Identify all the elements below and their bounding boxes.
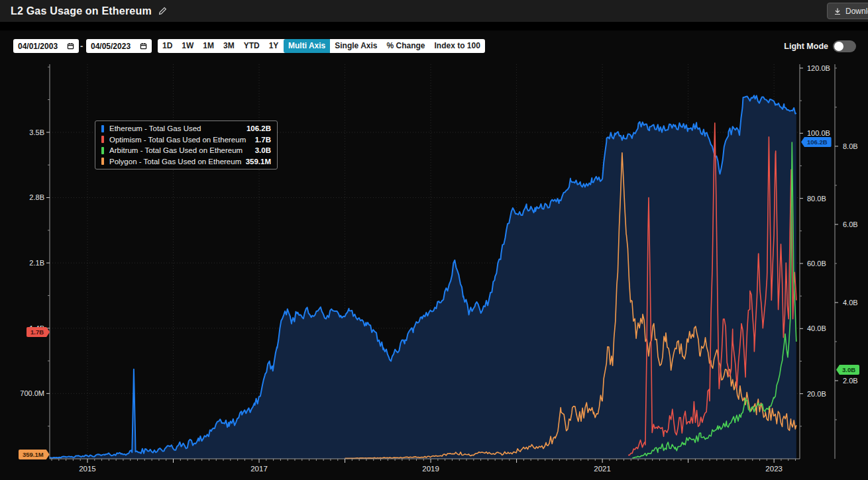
- chart-canvas: 700.0M1.4B2.1B2.8B3.5B20.0B40.0B60.0B80.…: [0, 30, 868, 480]
- edit-icon[interactable]: [158, 7, 167, 15]
- right1-axis-label: 40.0B: [807, 324, 826, 332]
- legend-series-value: 1.7B: [255, 136, 271, 144]
- legend-series-value: 3.0B: [255, 146, 271, 154]
- legend-row: Ethereum - Total Gas Used106.2B: [95, 123, 277, 134]
- legend-series-value: 359.1M: [246, 158, 271, 166]
- chart-panel: 04/01/2003 - 04/05/2023 1D1W1M3MYTD1Y5YM…: [0, 30, 868, 480]
- right2-axis-label: 6.0B: [843, 220, 858, 228]
- legend-row: Optimism - Total Gas Used on Ethereum1.7…: [95, 134, 277, 146]
- legend-color-chip: [101, 136, 104, 143]
- title-bar: L2 Gas Usage on Ethereum Download: [0, 0, 868, 22]
- legend-series-value: 106.2B: [246, 124, 271, 132]
- legend-color-chip: [101, 158, 104, 165]
- x-axis-year-label: 2015: [79, 465, 96, 473]
- download-button[interactable]: Download: [827, 3, 868, 19]
- right2-axis-label: 2.0B: [843, 377, 858, 385]
- right1-axis-label: 60.0B: [807, 260, 826, 267]
- right2-axis-label: 8.0B: [843, 142, 858, 150]
- x-axis-year-label: 2023: [765, 465, 783, 473]
- left-axis-label: 3.5B: [29, 128, 44, 136]
- chart-area[interactable]: 700.0M1.4B2.1B2.8B3.5B20.0B40.0B60.0B80.…: [0, 30, 868, 480]
- legend-series-name: Optimism - Total Gas Used on Ethereum: [109, 136, 255, 144]
- page-title: L2 Gas Usage on Ethereum: [11, 5, 152, 17]
- download-icon: [834, 7, 841, 15]
- legend-row: Arbitrum - Total Gas Used on Ethereum3.0…: [95, 145, 277, 156]
- legend-series-name: Polygon - Total Gas Used on Ethereum: [109, 158, 246, 166]
- legend-color-chip: [101, 147, 104, 154]
- x-axis-year-label: 2021: [594, 465, 611, 473]
- legend-series-name: Ethereum - Total Gas Used: [109, 124, 246, 132]
- right1-axis-label: 100.0B: [807, 129, 830, 137]
- legend-color-chip: [101, 125, 104, 132]
- axis-value-badge: 3.0B: [836, 365, 859, 375]
- chart-tooltip: Ethereum - Total Gas Used106.2BOptimism …: [95, 120, 278, 169]
- axis-value-badge: 106.2B: [801, 137, 832, 147]
- left-axis-label: 2.1B: [29, 259, 44, 267]
- left-axis-label: 2.8B: [29, 193, 44, 201]
- right1-axis-label: 20.0B: [807, 390, 826, 398]
- right2-axis-label: 4.0B: [843, 299, 858, 307]
- legend-series-name: Arbitrum - Total Gas Used on Ethereum: [109, 146, 255, 154]
- axis-value-badge: 1.7B: [27, 327, 50, 337]
- x-axis-year-label: 2017: [250, 465, 268, 473]
- axis-value-badge: 359.1M: [19, 450, 50, 459]
- legend-row: Polygon - Total Gas Used on Ethereum359.…: [95, 156, 277, 168]
- right1-axis-label: 120.0B: [807, 64, 830, 72]
- left-axis-label: 700.0M: [20, 389, 44, 397]
- x-axis-year-label: 2019: [422, 465, 439, 473]
- right1-axis-label: 80.0B: [807, 195, 826, 203]
